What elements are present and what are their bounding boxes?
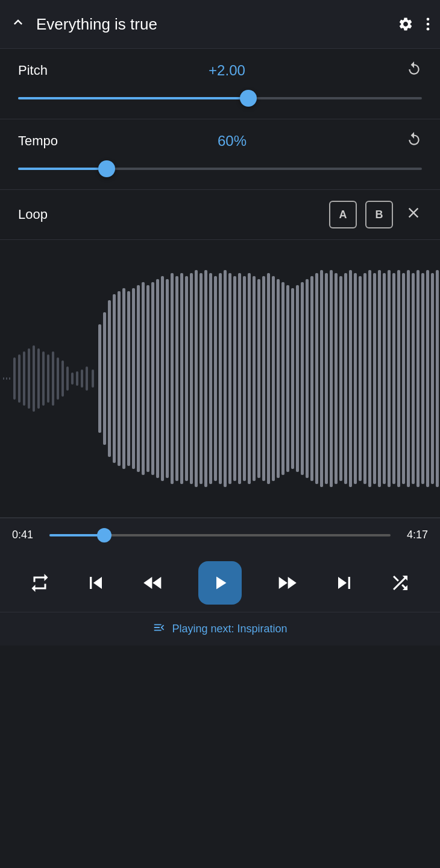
shuffle-button[interactable] bbox=[389, 572, 411, 594]
svg-rect-12 bbox=[57, 357, 59, 400]
waveform-svg bbox=[0, 240, 440, 517]
svg-rect-85 bbox=[397, 270, 400, 487]
total-time: 4:17 bbox=[398, 529, 428, 541]
svg-rect-89 bbox=[416, 270, 420, 487]
svg-rect-44 bbox=[200, 273, 203, 484]
pitch-slider[interactable] bbox=[18, 92, 422, 104]
tempo-thumb[interactable] bbox=[98, 160, 115, 177]
svg-rect-9 bbox=[42, 351, 45, 406]
svg-rect-4 bbox=[18, 354, 20, 403]
svg-rect-74 bbox=[344, 273, 347, 484]
current-time: 0:41 bbox=[12, 529, 42, 541]
svg-rect-15 bbox=[71, 373, 74, 385]
svg-rect-17 bbox=[81, 370, 83, 388]
fast-forward-button[interactable] bbox=[275, 571, 299, 595]
svg-point-0 bbox=[427, 18, 430, 21]
tempo-section: Tempo 60% bbox=[0, 119, 440, 189]
svg-rect-68 bbox=[315, 273, 318, 484]
svg-rect-47 bbox=[214, 276, 217, 481]
loop-close-button[interactable] bbox=[405, 204, 422, 225]
play-button[interactable] bbox=[198, 561, 242, 605]
svg-rect-56 bbox=[257, 279, 260, 478]
progress-thumb[interactable] bbox=[97, 528, 112, 542]
progress-slider[interactable] bbox=[49, 529, 391, 541]
tempo-slider[interactable] bbox=[18, 163, 422, 175]
svg-rect-64 bbox=[296, 285, 299, 472]
rewind-button[interactable] bbox=[141, 571, 165, 595]
loop-b-button[interactable]: B bbox=[365, 201, 393, 228]
svg-rect-73 bbox=[339, 276, 342, 481]
song-title: Everything is true bbox=[36, 15, 398, 34]
svg-rect-42 bbox=[190, 273, 193, 484]
svg-rect-27 bbox=[118, 291, 121, 466]
svg-rect-24 bbox=[103, 312, 106, 445]
progress-section: 0:41 4:17 bbox=[0, 518, 440, 552]
svg-rect-81 bbox=[378, 270, 381, 487]
svg-rect-49 bbox=[224, 270, 227, 487]
svg-rect-78 bbox=[363, 273, 366, 484]
svg-point-2 bbox=[427, 28, 430, 31]
svg-rect-51 bbox=[233, 276, 236, 481]
svg-rect-34 bbox=[151, 282, 154, 475]
svg-rect-86 bbox=[402, 273, 405, 484]
svg-rect-53 bbox=[243, 276, 246, 481]
svg-rect-71 bbox=[330, 270, 333, 487]
playing-next-text: Playing next: Inspiration bbox=[172, 623, 287, 635]
svg-rect-19 bbox=[92, 370, 94, 388]
pitch-thumb[interactable] bbox=[240, 90, 257, 107]
svg-rect-50 bbox=[228, 273, 231, 484]
svg-rect-26 bbox=[113, 294, 116, 463]
svg-rect-90 bbox=[421, 273, 424, 484]
back-chevron-icon[interactable] bbox=[10, 14, 27, 35]
svg-rect-36 bbox=[161, 276, 164, 481]
svg-rect-59 bbox=[272, 276, 275, 481]
skip-next-button[interactable] bbox=[332, 571, 356, 595]
svg-rect-39 bbox=[175, 276, 178, 481]
svg-rect-6 bbox=[28, 348, 30, 409]
svg-rect-8 bbox=[37, 348, 40, 409]
progress-fill bbox=[49, 534, 104, 536]
svg-rect-22 bbox=[9, 377, 10, 380]
loop-a-button[interactable]: A bbox=[329, 201, 357, 228]
tempo-reset-button[interactable] bbox=[406, 131, 422, 151]
svg-rect-37 bbox=[166, 279, 169, 478]
svg-rect-14 bbox=[66, 366, 69, 391]
pitch-value: +2.00 bbox=[48, 62, 406, 79]
svg-rect-21 bbox=[6, 377, 7, 380]
svg-rect-48 bbox=[219, 273, 222, 484]
repeat-button[interactable] bbox=[29, 572, 51, 594]
svg-rect-58 bbox=[267, 273, 270, 484]
svg-rect-30 bbox=[132, 288, 135, 469]
svg-rect-43 bbox=[195, 270, 198, 487]
svg-rect-33 bbox=[146, 285, 149, 472]
pitch-reset-button[interactable] bbox=[406, 61, 422, 80]
svg-point-1 bbox=[427, 23, 430, 26]
settings-icon[interactable] bbox=[398, 16, 413, 32]
waveform[interactable] bbox=[0, 240, 440, 517]
controls-section bbox=[0, 552, 440, 612]
svg-rect-79 bbox=[368, 270, 371, 487]
pitch-fill bbox=[18, 97, 248, 99]
skip-prev-button[interactable] bbox=[84, 571, 108, 595]
loop-label: Loop bbox=[18, 207, 48, 222]
svg-rect-67 bbox=[310, 276, 313, 481]
svg-rect-65 bbox=[301, 282, 304, 475]
svg-rect-28 bbox=[122, 288, 125, 469]
svg-rect-60 bbox=[277, 279, 280, 478]
svg-rect-87 bbox=[407, 270, 410, 487]
svg-rect-57 bbox=[262, 276, 265, 481]
header-actions bbox=[398, 16, 430, 33]
playing-next-bar: Playing next: Inspiration bbox=[0, 612, 440, 646]
svg-rect-69 bbox=[320, 270, 323, 487]
svg-rect-76 bbox=[354, 273, 357, 484]
svg-rect-75 bbox=[349, 270, 352, 487]
tempo-header: Tempo 60% bbox=[18, 131, 422, 151]
svg-rect-77 bbox=[359, 276, 362, 481]
svg-rect-54 bbox=[248, 273, 251, 484]
svg-rect-29 bbox=[127, 291, 130, 466]
svg-rect-63 bbox=[291, 288, 294, 469]
more-options-icon[interactable] bbox=[426, 16, 430, 33]
svg-rect-18 bbox=[86, 366, 88, 391]
svg-rect-91 bbox=[426, 270, 429, 487]
svg-rect-80 bbox=[373, 273, 376, 484]
